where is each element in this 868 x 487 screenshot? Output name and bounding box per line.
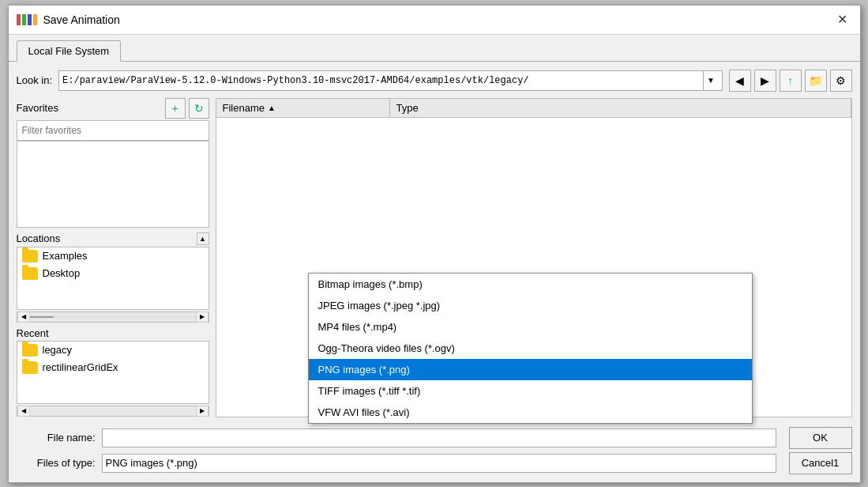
favorites-label: Favorites: [17, 102, 58, 114]
locations-scroll-up[interactable]: ▲: [197, 232, 209, 245]
locations-list: Examples Desktop: [17, 247, 209, 310]
favorites-buttons: + ↻: [165, 98, 209, 119]
look-in-label: Look in:: [17, 74, 53, 86]
filetype-row: Files of type: Cancel1: [17, 452, 852, 474]
nav-up-button[interactable]: ↑: [780, 70, 802, 92]
ok-cancel-buttons: OK: [789, 427, 852, 449]
nav-settings-button[interactable]: ⚙: [830, 70, 852, 92]
filename-col-label: Filename: [223, 102, 265, 114]
list-item[interactable]: legacy: [17, 342, 209, 359]
bottom-section: File name: OK Files of type: Cancel1: [17, 427, 852, 474]
recent-label: Recent: [17, 327, 49, 339]
dropdown-item-avi[interactable]: VFW AVI files (*.avi): [309, 402, 752, 423]
filetype-dropdown: Bitmap images (*.bmp) JPEG images (*.jpe…: [308, 273, 753, 424]
dialog-title: Save Animation: [43, 13, 120, 26]
tab-strip: Local File System: [9, 35, 860, 62]
locations-label: Locations: [17, 232, 61, 244]
close-button[interactable]: ✕: [833, 10, 852, 29]
nav-back-button[interactable]: ◀: [729, 70, 751, 92]
list-item[interactable]: rectilinearGridEx: [17, 359, 209, 376]
list-item[interactable]: Desktop: [17, 265, 209, 282]
recent-section: Recent legacy rectilinearGridEx ◀: [17, 327, 209, 417]
filename-row: File name: OK: [17, 427, 852, 449]
look-in-combo[interactable]: E:/paraview/ParaView-5.12.0-Windows-Pyth…: [58, 70, 722, 91]
dropdown-item-png[interactable]: PNG images (*.png): [309, 359, 752, 380]
cancel-button[interactable]: Cancel1: [789, 452, 852, 474]
hscroll-right-arrow[interactable]: ▶: [196, 311, 209, 323]
recent-hscroll: ◀ ▶: [17, 406, 209, 417]
type-col-label: Type: [396, 102, 419, 114]
dropdown-item-jpeg[interactable]: JPEG images (*.jpeg *.jpg): [309, 295, 752, 316]
filetype-label: Files of type:: [17, 457, 96, 469]
location-name: Desktop: [43, 267, 81, 279]
save-animation-dialog: Save Animation ✕ Local File System Look …: [8, 5, 861, 483]
nav-new-folder-button[interactable]: 📁: [805, 70, 827, 92]
folder-icon: [22, 250, 38, 262]
title-bar-left: Save Animation: [17, 13, 120, 26]
file-panel-header: Filename ▲ Type: [216, 99, 851, 118]
hscroll-track: [30, 316, 196, 318]
list-item[interactable]: Examples: [17, 247, 209, 265]
cancel-button-col: Cancel1: [789, 452, 852, 474]
folder-icon: [22, 267, 38, 280]
recent-header: Recent: [17, 327, 209, 339]
recent-hscroll-right[interactable]: ▶: [196, 406, 209, 417]
look-in-dropdown-arrow[interactable]: ▼: [703, 71, 719, 90]
dropdown-item-mp4[interactable]: MP4 files (*.mp4): [309, 316, 752, 338]
location-name: Examples: [43, 250, 88, 262]
ok-button[interactable]: OK: [789, 427, 852, 449]
hscroll-left-arrow[interactable]: ◀: [17, 311, 30, 323]
favorites-header: Favorites + ↻: [17, 98, 209, 119]
title-bar: Save Animation ✕: [9, 6, 860, 35]
recent-name: rectilinearGridEx: [43, 361, 118, 373]
filename-input[interactable]: [102, 428, 776, 447]
dropdown-item-bmp[interactable]: Bitmap images (*.bmp): [309, 274, 752, 295]
filter-favorites-input[interactable]: [17, 120, 209, 141]
favorites-section: Favorites + ↻: [17, 98, 209, 228]
tab-local-file-system[interactable]: Local File System: [17, 40, 122, 62]
look-in-path: E:/paraview/ParaView-5.12.0-Windows-Pyth…: [62, 75, 702, 86]
filename-label: File name:: [17, 432, 96, 444]
locations-header: Locations ▲: [17, 232, 209, 245]
recent-name: legacy: [43, 344, 73, 356]
locations-section: Locations ▲ Examples Desktop: [17, 232, 209, 323]
folder-icon: [22, 344, 38, 357]
recent-hscroll-left[interactable]: ◀: [17, 406, 30, 417]
sort-arrow: ▲: [268, 104, 276, 112]
hscroll-thumb[interactable]: [30, 316, 54, 318]
app-icon: [17, 14, 37, 25]
column-header-type[interactable]: Type: [390, 99, 851, 117]
filetype-input[interactable]: [102, 454, 776, 473]
locations-hscroll: ◀ ▶: [17, 311, 209, 323]
refresh-favorites-button[interactable]: ↻: [189, 98, 209, 119]
add-favorite-button[interactable]: +: [165, 98, 186, 119]
sidebar: Favorites + ↻ Locations ▲: [17, 98, 209, 417]
recent-list: legacy rectilinearGridEx: [17, 341, 209, 404]
navigation-buttons: ◀ ▶ ↑ 📁 ⚙: [729, 70, 852, 92]
dropdown-item-ogv[interactable]: Ogg-Theora video files (*.ogv): [309, 338, 752, 359]
favorites-box: [17, 141, 209, 228]
dropdown-item-tiff[interactable]: TIFF images (*.tiff *.tif): [309, 380, 752, 402]
column-header-filename[interactable]: Filename ▲: [216, 99, 390, 117]
look-in-row: Look in: E:/paraview/ParaView-5.12.0-Win…: [17, 70, 852, 92]
folder-icon: [22, 361, 38, 374]
nav-forward-button[interactable]: ▶: [754, 70, 776, 92]
